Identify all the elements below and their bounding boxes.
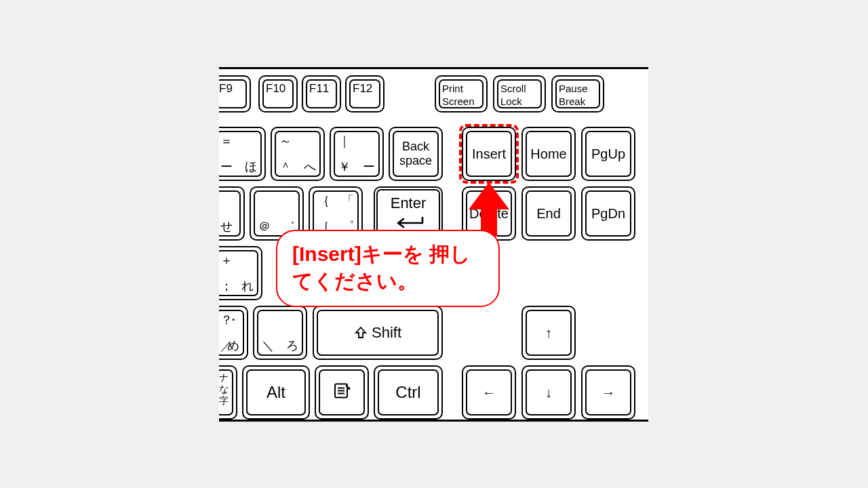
key-backslash-ro[interactable]: ＼ ろ [253, 306, 307, 360]
key-f11[interactable]: F11 [302, 75, 341, 113]
stage: F9 F10 F11 F12 Print Screen Scroll Lock … [0, 0, 868, 488]
key-f10[interactable]: F10 [258, 75, 298, 113]
key-alt[interactable]: Alt [242, 365, 310, 420]
callout-arrow-icon [469, 182, 509, 237]
keyboard-diagram: F9 F10 F11 F12 Print Screen Scroll Lock … [219, 67, 648, 422]
key-minus-ho[interactable]: ＝ ー ほ [219, 127, 266, 181]
key-pause-break[interactable]: Pause Break [551, 75, 604, 113]
key-insert[interactable]: Insert [462, 127, 516, 181]
key-slash-me[interactable]: ？ ・ ／ め [219, 306, 248, 360]
key-ctrl[interactable]: Ctrl [374, 365, 443, 420]
enter-label: Enter [391, 195, 427, 211]
key-kana-partial[interactable]: ナ な 字 [219, 365, 237, 420]
context-menu-icon [316, 382, 368, 404]
key-yen-bar[interactable]: ｜ ￥ ー [330, 127, 384, 181]
key-caret-he[interactable]: ～ ＾ へ [271, 127, 325, 181]
instruction-text: [Insert]キーを 押してください。 [292, 243, 471, 292]
arrow-right-icon: → [583, 385, 634, 401]
instruction-callout: [Insert]キーを 押してください。 [276, 230, 500, 307]
key-arrow-up[interactable]: ↑ [521, 306, 576, 360]
key-arrow-down[interactable]: ↓ [521, 365, 576, 420]
key-se-partial[interactable]: せ [219, 186, 245, 241]
key-f12[interactable]: F12 [345, 75, 384, 113]
key-backspace[interactable]: Back space [389, 127, 443, 181]
divider [219, 67, 648, 69]
divider [219, 420, 648, 422]
arrow-up-icon: ↑ [523, 325, 574, 341]
key-end[interactable]: End [521, 186, 576, 241]
arrow-left-icon: ← [463, 385, 515, 401]
key-f9[interactable]: F9 [219, 75, 251, 113]
key-pgup[interactable]: PgUp [581, 127, 635, 181]
key-arrow-left[interactable]: ← [462, 365, 516, 420]
key-plus-re[interactable]: ＋ ； れ [219, 246, 262, 300]
key-scroll-lock[interactable]: Scroll Lock [493, 75, 546, 113]
key-shift[interactable]: Shift [313, 306, 443, 360]
key-print-screen[interactable]: Print Screen [435, 75, 488, 113]
key-pgdn[interactable]: PgDn [581, 186, 635, 241]
shift-icon [354, 326, 368, 340]
key-home[interactable]: Home [521, 127, 576, 181]
arrow-down-icon: ↓ [523, 385, 574, 401]
key-menu[interactable] [315, 365, 369, 420]
key-arrow-right[interactable]: → [581, 365, 635, 420]
